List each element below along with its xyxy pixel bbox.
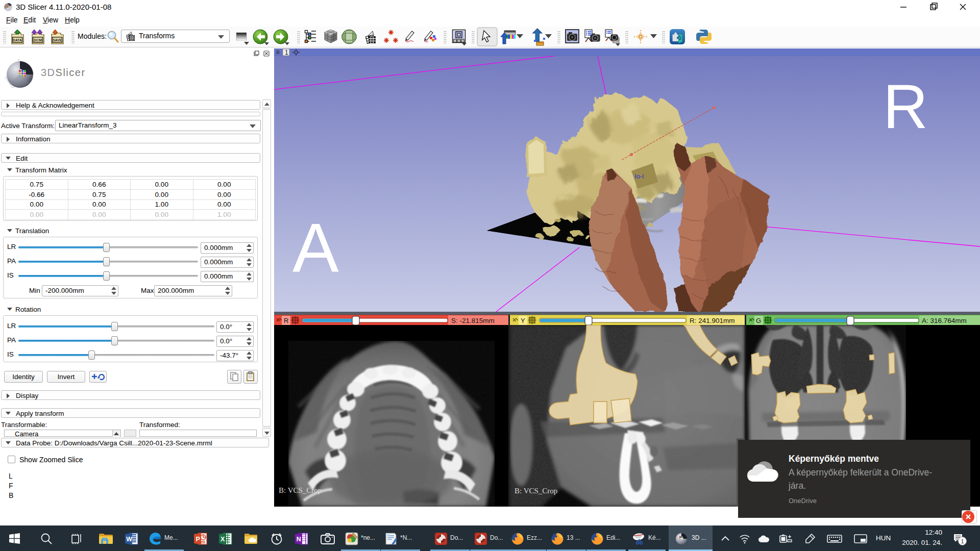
svg-text:N: N	[297, 536, 301, 543]
svg-text:DATA: DATA	[13, 38, 22, 42]
svg-text:R: 241.901mm: R: 241.901mm	[690, 317, 735, 324]
svg-text:R: R	[284, 317, 288, 324]
svg-text:Y: Y	[521, 317, 525, 324]
svg-text:Io-l: Io-l	[634, 172, 644, 180]
svg-text:X: X	[220, 536, 225, 543]
svg-text:W: W	[126, 536, 132, 543]
svg-text:B: VCS_Crop: B: VCS_Crop	[279, 486, 322, 494]
svg-text:R: R	[883, 72, 928, 141]
svg-text:P: P	[196, 536, 200, 543]
svg-text:B: VCS_Crop: B: VCS_Crop	[514, 487, 557, 495]
svg-text:SAVE: SAVE	[53, 38, 62, 42]
svg-text:A: 316.764mm: A: 316.764mm	[922, 317, 967, 324]
svg-text:G: G	[756, 317, 761, 324]
svg-text:1: 1	[285, 49, 288, 56]
svg-text:A: A	[292, 209, 339, 286]
svg-text:S: -21.815mm: S: -21.815mm	[451, 317, 495, 324]
svg-text:DCM: DCM	[34, 38, 42, 42]
